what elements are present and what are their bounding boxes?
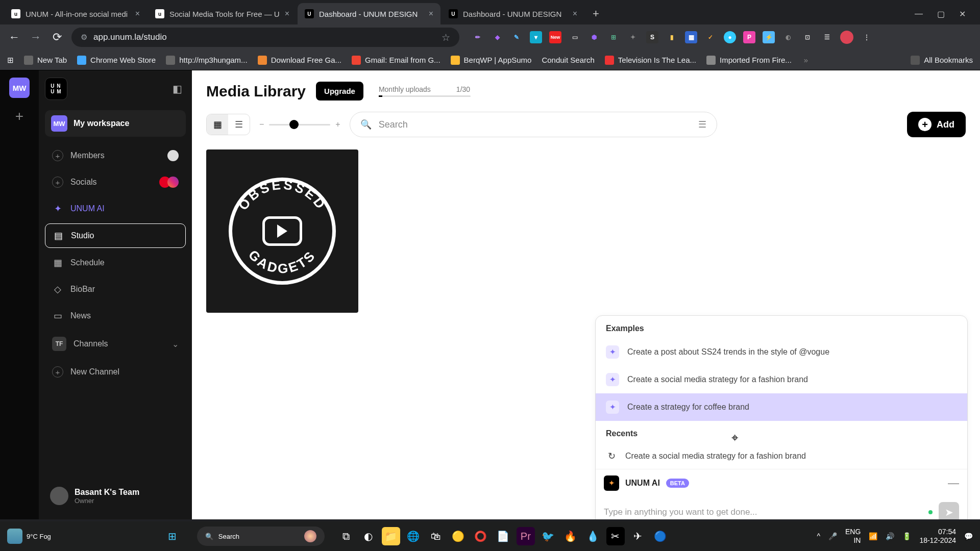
minimize-icon[interactable]: — bbox=[948, 477, 959, 490]
grid-view-button[interactable]: ▦ bbox=[207, 114, 228, 135]
extension-icon[interactable]: ● bbox=[724, 31, 736, 43]
zoom-thumb[interactable] bbox=[289, 120, 299, 129]
tab-social-tools[interactable]: uSocial Media Tools for Free — U× bbox=[148, 3, 297, 24]
bookmark-item[interactable]: Imported From Fire... bbox=[706, 56, 792, 65]
app-icon[interactable]: 🐦 bbox=[539, 527, 557, 545]
bookmark-item[interactable]: http://mp3hungam... bbox=[166, 56, 247, 65]
sidebar-item-biobar[interactable]: ◇ BioBar bbox=[45, 278, 186, 301]
zoom-in-icon[interactable]: + bbox=[335, 120, 340, 129]
ai-input[interactable]: Type in anything you want to get done... bbox=[604, 507, 922, 517]
chrome-icon[interactable]: 🟡 bbox=[449, 527, 468, 545]
app-icon[interactable]: 💧 bbox=[584, 527, 602, 545]
notifications-icon[interactable]: 💬 bbox=[964, 532, 973, 540]
bookmark-item[interactable]: Gmail: Email from G... bbox=[352, 56, 440, 65]
search-input[interactable]: 🔍 Search ☰ bbox=[350, 112, 717, 137]
close-icon[interactable]: × bbox=[429, 9, 433, 18]
site-settings-icon[interactable]: ⚙ bbox=[81, 33, 87, 42]
edge-icon[interactable]: 🌐 bbox=[404, 527, 423, 545]
reading-list-icon[interactable]: ☰ bbox=[821, 31, 833, 43]
sidebar-item-members[interactable]: + Members bbox=[45, 144, 186, 167]
close-window-icon[interactable]: ✕ bbox=[959, 9, 966, 19]
start-button[interactable]: ⊞ bbox=[163, 527, 182, 545]
microphone-icon[interactable]: 🎤 bbox=[828, 532, 837, 540]
premiere-icon[interactable]: Pr bbox=[517, 527, 535, 545]
extension-icon[interactable]: ✓ bbox=[704, 31, 717, 43]
extension-icon[interactable]: ⬢ bbox=[588, 31, 600, 43]
copilot-icon[interactable]: ◐ bbox=[359, 527, 378, 545]
extension-icon[interactable]: ⚡ bbox=[763, 31, 775, 43]
ai-example-item[interactable]: ✦Create a post about SS24 trends in the … bbox=[596, 338, 967, 366]
task-view-icon[interactable]: ⧉ bbox=[337, 527, 355, 545]
upgrade-button[interactable]: Upgrade bbox=[316, 82, 363, 101]
menu-icon[interactable]: ⋮ bbox=[861, 31, 873, 43]
extension-icon[interactable]: P bbox=[743, 31, 755, 43]
obs-icon[interactable]: ⭕ bbox=[472, 527, 490, 545]
sidebar-item-new-channel[interactable]: + New Channel bbox=[45, 360, 186, 384]
extension-icon[interactable]: ▾ bbox=[530, 31, 542, 43]
app-icon[interactable]: 🔥 bbox=[561, 527, 580, 545]
zoom-slider[interactable]: − + bbox=[259, 120, 340, 129]
send-button[interactable]: ➤ bbox=[939, 502, 959, 519]
extension-icon[interactable]: ◐ bbox=[782, 31, 794, 43]
minimize-icon[interactable]: — bbox=[915, 9, 923, 19]
bookmark-item[interactable]: Television Is The Lea... bbox=[605, 56, 696, 65]
ai-example-item[interactable]: ✦Create a social media strategy for a fa… bbox=[596, 366, 967, 393]
ai-recent-item[interactable]: ↻Create a social media strategy for a fa… bbox=[596, 443, 967, 469]
filter-icon[interactable]: ☰ bbox=[698, 119, 706, 130]
bookmark-item[interactable]: Conduit Search bbox=[542, 56, 594, 64]
clock[interactable]: 07:54 18-12-2024 bbox=[919, 528, 956, 545]
new-tab-button[interactable]: + bbox=[585, 7, 606, 20]
bookmark-item[interactable]: Chrome Web Store bbox=[77, 56, 156, 65]
battery-icon[interactable]: 🔋 bbox=[902, 532, 911, 540]
volume-icon[interactable]: 🔊 bbox=[886, 532, 894, 540]
extension-icon[interactable]: ◆ bbox=[491, 31, 503, 43]
extensions-menu-icon[interactable]: ⊡ bbox=[801, 31, 814, 43]
list-view-button[interactable]: ☰ bbox=[228, 114, 250, 135]
unum-logo[interactable]: U NU M bbox=[45, 78, 67, 100]
collapse-sidebar-icon[interactable]: ◧ bbox=[168, 80, 186, 97]
bookmark-star-icon[interactable]: ☆ bbox=[442, 32, 450, 43]
sidebar-item-unum-ai[interactable]: ✦ UNUM AI bbox=[45, 197, 186, 220]
media-item[interactable]: OBSESSED GADGETS bbox=[206, 149, 358, 313]
profile-avatar[interactable] bbox=[840, 31, 853, 44]
chrome-icon[interactable]: 🔵 bbox=[651, 527, 670, 545]
sidebar-item-socials[interactable]: + Socials bbox=[45, 170, 186, 194]
close-icon[interactable]: × bbox=[135, 9, 140, 18]
bookmark-item[interactable]: New Tab bbox=[24, 56, 67, 65]
workspace-switcher[interactable]: MW bbox=[9, 78, 30, 98]
extension-icon[interactable]: S bbox=[646, 31, 658, 43]
forward-icon[interactable]: → bbox=[29, 31, 43, 44]
zoom-out-icon[interactable]: − bbox=[259, 120, 264, 129]
capcut-icon[interactable]: ✂ bbox=[606, 527, 625, 545]
bookmark-item[interactable]: Download Free Ga... bbox=[258, 56, 341, 65]
team-footer[interactable]: Basant K's Team Owner bbox=[45, 480, 186, 512]
close-icon[interactable]: × bbox=[573, 9, 577, 18]
extension-icon[interactable]: ▦ bbox=[685, 31, 697, 43]
extension-icon[interactable]: ▮ bbox=[666, 31, 678, 43]
tab-unum-site[interactable]: uUNUM - All-in-one social medi× bbox=[4, 3, 147, 24]
workspace-selector[interactable]: MW My workspace bbox=[45, 110, 186, 137]
wifi-icon[interactable]: 📶 bbox=[869, 532, 877, 540]
store-icon[interactable]: 🛍 bbox=[427, 527, 445, 545]
sidebar-item-schedule[interactable]: ▦ Schedule bbox=[45, 251, 186, 274]
reload-icon[interactable]: ⟳ bbox=[50, 31, 64, 44]
notepad-icon[interactable]: 📄 bbox=[494, 527, 512, 545]
sidebar-item-channels[interactable]: TF Channels ⌄ bbox=[45, 331, 186, 357]
close-icon[interactable]: × bbox=[285, 9, 289, 18]
telegram-icon[interactable]: ✈ bbox=[629, 527, 647, 545]
language-indicator[interactable]: ENG IN bbox=[845, 528, 861, 545]
weather-widget[interactable]: 9°C Fog bbox=[7, 529, 51, 544]
extension-icon[interactable]: ⊞ bbox=[607, 31, 620, 43]
all-bookmarks[interactable]: All Bookmarks bbox=[911, 56, 973, 65]
taskbar-search[interactable]: 🔍 Search bbox=[197, 527, 325, 546]
add-button[interactable]: + Add bbox=[907, 112, 966, 137]
url-input[interactable]: ⚙ app.unum.la/studio ☆ bbox=[71, 28, 459, 47]
sidebar-item-studio[interactable]: ▤ Studio bbox=[45, 223, 186, 248]
bookmark-item[interactable]: BerqWP | AppSumo bbox=[451, 56, 532, 65]
tab-dashboard-2[interactable]: UDashboard - UNUM DESIGN× bbox=[442, 3, 584, 24]
extension-icon[interactable]: ✎ bbox=[510, 31, 523, 43]
explorer-icon[interactable]: 📁 bbox=[382, 527, 400, 545]
add-workspace-button[interactable]: + bbox=[15, 108, 23, 124]
sidebar-item-news[interactable]: ▭ News bbox=[45, 304, 186, 328]
apps-icon[interactable]: ⊞ bbox=[7, 56, 14, 65]
